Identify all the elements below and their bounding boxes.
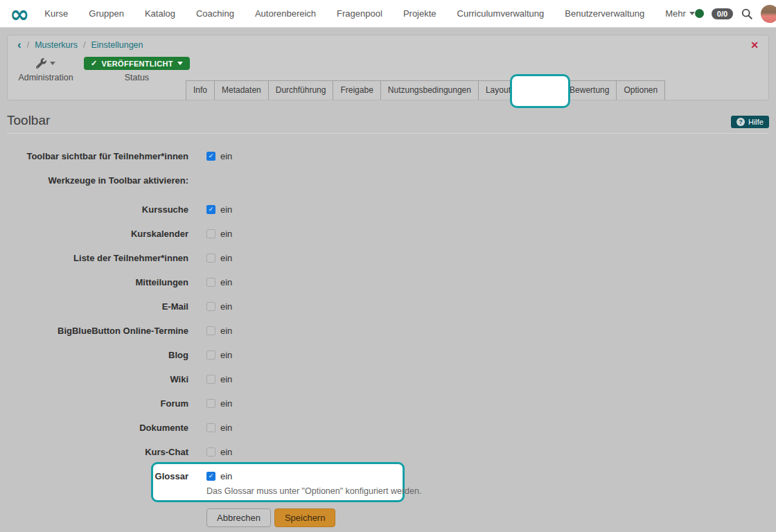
form-row-forum: Forumein xyxy=(7,397,769,410)
nav-item-gruppen[interactable]: Gruppen xyxy=(89,8,124,19)
checkbox-e-mail[interactable] xyxy=(206,302,215,311)
breadcrumb-separator: / xyxy=(27,40,29,50)
user-avatar[interactable] xyxy=(761,5,776,23)
nav-item-coaching[interactable]: Coaching xyxy=(196,8,234,19)
ein-label[interactable]: ein xyxy=(220,253,232,263)
checkbox-kurs-chat[interactable] xyxy=(206,447,215,456)
field-label: BigBlueButton Online-Termine xyxy=(7,324,188,337)
close-icon[interactable]: ✕ xyxy=(750,39,759,51)
breadcrumb: ‹ / Musterkurs / Einstellungen ✕ xyxy=(8,35,768,51)
checkbox-forum[interactable] xyxy=(206,399,215,408)
form-row-kurs-chat: Kurs-Chatein xyxy=(7,445,769,459)
chat-counter-badge[interactable]: 0/0 xyxy=(712,8,733,19)
search-icon[interactable] xyxy=(741,8,753,20)
settings-content: Toolbar ? Hilfe Toolbar sichtbar für Tei… xyxy=(0,100,776,527)
checkbox-bigbluebutton-online-termine[interactable] xyxy=(206,326,215,335)
administration-menu[interactable]: Administration xyxy=(8,56,84,82)
nav-item-projekte[interactable]: Projekte xyxy=(403,8,436,19)
ein-label[interactable]: ein xyxy=(220,326,232,336)
chevron-down-icon xyxy=(689,12,695,15)
ein-label[interactable]: ein xyxy=(220,374,232,384)
status-badge[interactable]: ✓ VERÖFFENTLICHT xyxy=(84,57,190,70)
tab-toolbar[interactable]: Toolbar xyxy=(518,80,563,100)
checkbox-glossar[interactable]: ✓ xyxy=(206,472,215,481)
tab-nutzungsbedingungen[interactable]: Nutzungsbedingungen xyxy=(380,80,479,100)
ein-label[interactable]: ein xyxy=(220,151,232,161)
checkbox-toolbar-sichtbar-f-r-teilnehmer-innen[interactable]: ✓ xyxy=(206,152,215,161)
course-toolbar-row: Administration ✓ VERÖFFENTLICHT Status xyxy=(8,56,190,82)
form-row-glossar: Glossar✓einDas Glossar muss unter "Optio… xyxy=(7,470,769,496)
tab-freigabe[interactable]: Freigabe xyxy=(333,80,380,100)
nav-item-benutzerverwaltung[interactable]: Benutzerverwaltung xyxy=(565,8,644,19)
save-button[interactable]: Speichern xyxy=(274,508,336,527)
page-title: Toolbar xyxy=(7,113,50,128)
status-menu[interactable]: ✓ VERÖFFENTLICHT Status xyxy=(84,56,190,82)
field-label: Kurssuche xyxy=(7,203,188,216)
form-row-toolbar-sichtbar-f-r-teilnehmer-innen: Toolbar sichtbar für Teilnehmer*innen✓ei… xyxy=(7,150,769,163)
ein-label[interactable]: ein xyxy=(220,204,232,215)
tab-durchf-hrung[interactable]: Durchführung xyxy=(268,80,334,100)
checkbox-mitteilungen[interactable] xyxy=(206,278,215,287)
ein-label[interactable]: ein xyxy=(220,398,232,409)
help-button[interactable]: ? Hilfe xyxy=(731,116,769,128)
field-label: Liste der Teilnehmer*innen xyxy=(7,251,188,265)
nav-item-fragenpool[interactable]: Fragenpool xyxy=(337,8,382,19)
nav-item-curriculumverwaltung[interactable]: Curriculumverwaltung xyxy=(457,8,545,19)
ein-label[interactable]: ein xyxy=(220,229,232,239)
tab-info[interactable]: Info xyxy=(186,80,215,100)
status-label: Status xyxy=(84,73,190,82)
form-row-blog: Blogein xyxy=(7,348,769,362)
nav-item-mehr[interactable]: Mehr xyxy=(665,8,695,19)
field-label: Kurs-Chat xyxy=(7,445,188,459)
openolat-logo[interactable]: ∞ xyxy=(10,2,29,26)
ein-label[interactable]: ein xyxy=(220,301,232,312)
field-label: Forum xyxy=(7,397,188,410)
checkbox-kurskalender[interactable] xyxy=(206,229,215,238)
form-row-liste-der-teilnehmer-innen: Liste der Teilnehmer*innenein xyxy=(7,251,769,265)
ein-label[interactable]: ein xyxy=(220,447,232,457)
field-label: E-Mail xyxy=(7,300,188,313)
checkbox-kurssuche[interactable]: ✓ xyxy=(206,205,215,214)
course-header-panel: ‹ / Musterkurs / Einstellungen ✕ Adminis… xyxy=(7,35,769,100)
ein-label[interactable]: ein xyxy=(220,471,232,481)
check-icon: ✓ xyxy=(91,59,98,68)
breadcrumb-separator: / xyxy=(83,40,85,50)
form-row-e-mail: E-Mailein xyxy=(7,300,769,313)
tab-metadaten[interactable]: Metadaten xyxy=(214,80,269,100)
tab-optionen[interactable]: Optionen xyxy=(616,80,665,100)
top-navbar: ∞ KurseGruppenKatalogCoachingAutorenbere… xyxy=(0,0,776,28)
wrench-icon xyxy=(36,58,46,69)
question-circle-icon: ? xyxy=(737,118,745,126)
toolbar-settings-form: Toolbar sichtbar für Teilnehmer*innen✓ei… xyxy=(7,150,769,496)
form-row-dokumente: Dokumenteein xyxy=(7,421,769,434)
form-row-wiki: Wikiein xyxy=(7,373,769,386)
chevron-down-icon xyxy=(50,62,55,65)
ein-label[interactable]: ein xyxy=(220,277,232,287)
form-row-kurskalender: Kurskalenderein xyxy=(7,227,769,240)
checkbox-liste-der-teilnehmer-innen[interactable] xyxy=(206,254,215,263)
cancel-button[interactable]: Abbrechen xyxy=(206,508,271,527)
breadcrumb-settings-link[interactable]: Einstellungen xyxy=(91,40,143,50)
field-label: Toolbar sichtbar für Teilnehmer*innen xyxy=(7,150,188,163)
nav-item-kurse[interactable]: Kurse xyxy=(44,8,68,19)
form-row-werkzeuge-in-toolbar-aktivieren: Werkzeuge in Toolbar aktivieren: xyxy=(7,174,769,187)
form-row-kurssuche: Kurssuche✓ein xyxy=(7,203,769,216)
field-label: Mitteilungen xyxy=(7,276,188,289)
checkbox-wiki[interactable] xyxy=(206,375,215,384)
navbar-menu: KurseGruppenKatalogCoachingAutorenbereic… xyxy=(44,8,665,19)
checkbox-dokumente[interactable] xyxy=(206,423,215,432)
administration-label: Administration xyxy=(8,73,84,82)
checkbox-blog[interactable] xyxy=(206,351,215,360)
field-label: Glossar xyxy=(7,470,188,483)
nav-item-autorenbereich[interactable]: Autorenbereich xyxy=(255,8,316,19)
back-chevron-icon[interactable]: ‹ xyxy=(17,40,21,50)
ein-label[interactable]: ein xyxy=(220,423,232,433)
breadcrumb-course-link[interactable]: Musterkurs xyxy=(35,40,78,50)
nav-item-katalog[interactable]: Katalog xyxy=(145,8,175,19)
ein-label[interactable]: ein xyxy=(220,350,232,360)
chevron-down-icon xyxy=(177,62,183,65)
form-row-bigbluebutton-online-termine: BigBlueButton Online-Termineein xyxy=(7,324,769,337)
presence-status-dot xyxy=(695,9,704,18)
form-buttons: Abbrechen Speichern xyxy=(206,508,769,527)
help-button-label: Hilfe xyxy=(748,118,764,126)
